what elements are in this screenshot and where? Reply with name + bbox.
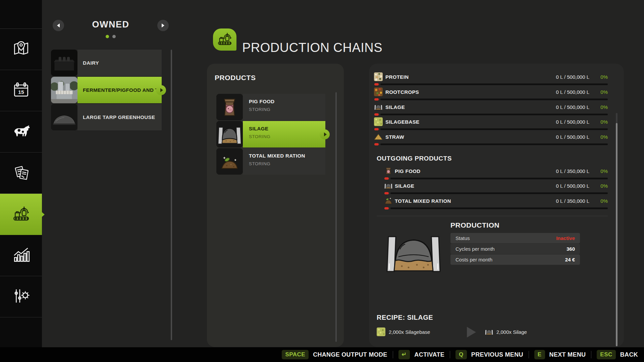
- hint-next-menu[interactable]: E NEXT MENU: [534, 350, 586, 359]
- silage-mini-icon: [384, 181, 393, 190]
- row-value: 24 €: [565, 257, 575, 262]
- storage-amount: 0 L / 500,000 L: [556, 183, 589, 189]
- storage-name: TOTAL MIXED RATION: [395, 198, 451, 204]
- fill-bar: [380, 128, 608, 130]
- fill-bar: [380, 99, 608, 100]
- owned-next-button[interactable]: [157, 20, 169, 31]
- hint-previous-menu[interactable]: Q PREVIOUS MENU: [455, 350, 523, 359]
- detail-scrollbar-thumb[interactable]: [616, 123, 618, 346]
- fill-marker: [374, 128, 379, 130]
- map-icon: [11, 39, 31, 60]
- fill-bar: [380, 83, 608, 85]
- e-keycap: E: [534, 350, 545, 359]
- storage-name: STRAW: [385, 134, 404, 140]
- sidebar: 15: [0, 0, 42, 347]
- storage-amount: 0 L / 500,000 L: [556, 134, 589, 140]
- fill-marker: [384, 207, 389, 209]
- silage-icon: [216, 121, 243, 147]
- hint-activate[interactable]: ↵ ACTIVATE: [398, 350, 444, 359]
- row-value: 360: [567, 246, 575, 252]
- sidebar-item-production[interactable]: [0, 194, 42, 235]
- calendar-icon: 15: [11, 80, 31, 101]
- dairy-thumbnail: [51, 50, 77, 76]
- product-status: STORING: [249, 134, 325, 139]
- product-item-silage[interactable]: SILAGE STORING: [216, 121, 325, 147]
- storage-percent: 0%: [592, 134, 608, 140]
- product-name: SILAGE: [249, 126, 325, 131]
- storage-row-out-pigfood: PIG FOOD 0 L / 350,000 L 0%: [384, 166, 608, 181]
- storage-name: ROOTCROPS: [385, 89, 419, 95]
- storage-name: SILAGE: [385, 104, 405, 110]
- hint-separator: [450, 351, 450, 358]
- hint-change-output-mode[interactable]: SPACE CHANGE OUTPUT MODE: [282, 350, 387, 359]
- owned-scrollbar[interactable]: [171, 50, 172, 340]
- chevron-right-icon: [162, 23, 164, 27]
- pagination-dot-active[interactable]: [106, 35, 109, 38]
- detail-scrollbar-track[interactable]: [616, 113, 618, 123]
- building-item-dairy[interactable]: DAIRY: [51, 50, 162, 76]
- silagebase-icon: [377, 327, 385, 336]
- production-icon: [216, 31, 233, 49]
- row-label: Costs per month: [455, 257, 492, 262]
- fill-marker: [384, 177, 389, 180]
- page-title: PRODUCTION CHAINS: [242, 41, 382, 55]
- owned-prev-button[interactable]: [53, 20, 64, 31]
- hint-back[interactable]: ESC BACK: [597, 350, 638, 359]
- selected-building-tail: [156, 85, 166, 95]
- tuning-gear-icon: [11, 286, 31, 307]
- recipe-row: 2,000x Silagebase 2,000x Silage: [377, 326, 608, 338]
- sidebar-item-animals[interactable]: [0, 111, 42, 153]
- production-icon: [11, 204, 31, 225]
- building-label: LARGE TARP GREENHOUSE: [83, 114, 155, 120]
- table-row-costs: Costs per month 24 €: [450, 254, 580, 265]
- building-label: FERMENTER/PIGFOOD AND TM: [83, 87, 162, 93]
- hint-label: BACK: [620, 351, 638, 358]
- products-title: PRODUCTS: [215, 74, 256, 82]
- product-item-pigfood[interactable]: PIG FOOD STORING: [216, 94, 325, 120]
- storage-amount: 0 L / 500,000 L: [556, 89, 589, 95]
- storage-name: SILAGEBASE: [385, 119, 420, 125]
- tmr-mini-icon: [384, 196, 393, 205]
- recipe-input: 2,000x Silagebase: [389, 329, 430, 335]
- sidebar-item-statistics[interactable]: [0, 235, 42, 276]
- enter-keycap: ↵: [398, 350, 410, 359]
- protein-icon: [374, 72, 383, 81]
- product-item-tmr[interactable]: TOTAL MIXED RATION STORING: [216, 148, 325, 175]
- fill-marker: [384, 192, 389, 194]
- esc-keycap: ESC: [597, 350, 615, 359]
- product-name: PIG FOOD: [249, 99, 325, 104]
- table-row-status: Status Inactive: [450, 233, 580, 243]
- storage-amount: 0 L / 350,000 L: [556, 198, 589, 204]
- storage-name: SILAGE: [395, 183, 414, 189]
- hint-label: NEXT MENU: [549, 351, 586, 358]
- sidebar-item-calendar[interactable]: 15: [0, 70, 42, 111]
- storage-row-out-silage: SILAGE 0 L / 500,000 L 0%: [384, 180, 608, 195]
- pagination-dot[interactable]: [112, 35, 116, 38]
- building-item-fermenter[interactable]: FERMENTER/PIGFOOD AND TM: [51, 77, 162, 103]
- fill-marker: [374, 113, 379, 116]
- hint-separator: [591, 351, 591, 358]
- q-keycap: Q: [455, 350, 467, 359]
- sidebar-item-map[interactable]: [0, 29, 42, 70]
- storage-amount: 0 L / 500,000 L: [556, 104, 589, 110]
- production-table: Status Inactive Cycles per month 360 Cos…: [450, 233, 580, 265]
- silagebase-icon: [374, 117, 383, 126]
- sidebar-item-contracts[interactable]: [0, 153, 42, 194]
- recipe-arrow-icon: [467, 327, 476, 338]
- row-label: Status: [455, 235, 470, 241]
- building-item-greenhouse[interactable]: LARGE TARP GREENHOUSE: [51, 104, 162, 130]
- sidebar-item-tuning[interactable]: [0, 276, 42, 317]
- silage-mini-icon: [485, 327, 493, 336]
- storage-percent: 0%: [592, 89, 608, 95]
- section-divider: [377, 216, 608, 216]
- owned-pagination: [77, 35, 144, 38]
- fill-marker: [374, 98, 379, 101]
- storage-row-protein: PROTEIN 0 L / 500,000 L 0%: [374, 71, 608, 86]
- production-chains-screen: 15: [0, 0, 644, 362]
- sidebar-spacer: [0, 0, 42, 29]
- storage-percent: 0%: [592, 168, 608, 174]
- straw-icon: [374, 132, 383, 141]
- storage-amount: 0 L / 350,000 L: [556, 168, 589, 174]
- products-scrollbar[interactable]: [335, 92, 337, 342]
- outgoing-products-heading: OUTGOING PRODUCTS: [377, 155, 452, 162]
